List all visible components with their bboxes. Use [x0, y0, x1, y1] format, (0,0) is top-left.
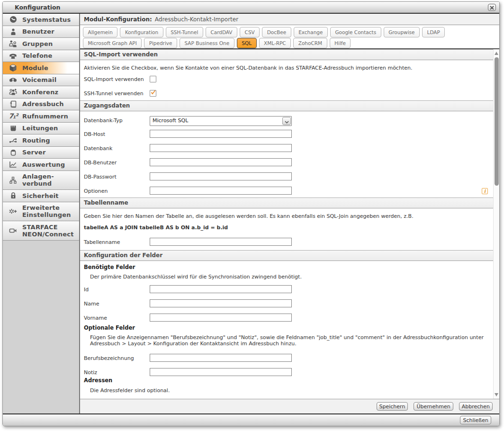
tab-docbee[interactable]: DocBee: [262, 27, 291, 37]
scroll-down-icon[interactable]: [495, 393, 498, 396]
sql-import-checkbox[interactable]: [150, 76, 156, 82]
tab-csv[interactable]: CSV: [240, 27, 260, 37]
sidebar-item-adressbuch[interactable]: Adressbuch: [3, 99, 79, 111]
content-pane: SQL-Import verwenden Aktivieren Sie die …: [80, 49, 493, 399]
tab-ssh-tunnel[interactable]: SSH-Tunnel: [166, 27, 203, 37]
sidebar-item-server[interactable]: Server: [3, 147, 79, 159]
video-camera-icon: [9, 226, 17, 234]
clock-icon: [9, 16, 17, 24]
required-fields-hint: Der primäre Datenbankschlüssel wird für …: [80, 274, 493, 280]
db-host-input[interactable]: [150, 130, 292, 138]
window-title: Konfiguration: [15, 4, 60, 11]
table-hint-text: Geben Sie hier den Namen der Tabelle an,…: [80, 213, 493, 219]
name-row: Name: [80, 299, 493, 307]
user-group-icon: [9, 40, 17, 48]
options-input[interactable]: [150, 187, 292, 195]
scrollbar-thumb[interactable]: [495, 57, 499, 186]
db-name-row: Datenbank: [80, 144, 493, 152]
lock-icon: [9, 192, 17, 200]
sidebar-item-benutzer[interactable]: Benutzer: [3, 26, 79, 38]
table-name-label: Tabellenname: [84, 239, 120, 245]
sidebar-item-konferenz[interactable]: Konferenz: [3, 86, 79, 99]
close-button[interactable]: [488, 4, 496, 11]
sidebar-item-starface-neon-connect[interactable]: STARFACE NEON/Connect: [3, 221, 79, 241]
window-body: Systemstatus Benutzer Gruppen: [3, 13, 499, 414]
advanced-settings-icon: [9, 207, 17, 216]
tab-zohocrm[interactable]: ZohoCRM: [293, 38, 327, 48]
optional-fields-hint: Fügen Sie die Anzeigennamen "Berufsbezei…: [80, 334, 493, 347]
user-icon: [9, 27, 17, 36]
sidebar-item-leitungen[interactable]: Leitungen: [3, 123, 79, 135]
db-name-input[interactable]: [150, 144, 292, 152]
check-icon: [150, 88, 156, 97]
section-header-zugangsdaten: Zugangsdaten: [80, 100, 493, 111]
tab-hilfe[interactable]: Hilfe: [330, 38, 351, 48]
tab-google-contacts[interactable]: Google Contacts: [330, 27, 381, 37]
sidebar-item-anlagenverbund[interactable]: Anlagen- verbund: [3, 171, 79, 190]
section-header-sql-import: SQL-Import verwenden: [80, 49, 493, 60]
vorname-input[interactable]: [150, 314, 292, 322]
sidebar-item-erweiterte-einstellungen[interactable]: Erweiterte Einstellungen: [3, 202, 79, 222]
tab-konfiguration[interactable]: Konfiguration: [120, 27, 163, 37]
db-type-row: Datenbank-Typ Microsoft SQL: [80, 116, 493, 126]
db-type-select[interactable]: Microsoft SQL: [150, 116, 292, 126]
sidebar-item-systemstatus[interactable]: Systemstatus: [3, 14, 79, 26]
sidebar-empty-area: [3, 241, 79, 414]
db-host-row: DB-Host: [80, 130, 493, 138]
intro-text: Aktivieren Sie die Checkbox, wenn Sie Ko…: [80, 65, 493, 71]
optional-fields-heading: Optionale Felder: [80, 325, 493, 331]
db-type-dropdown-button[interactable]: [282, 117, 291, 125]
tab-xml-rpc[interactable]: XML-RPC: [259, 38, 291, 48]
cancel-button[interactable]: Abbrechen: [459, 402, 493, 411]
sidebar-item-rufnummern[interactable]: 7₁² Rufnummern: [3, 110, 79, 123]
sidebar-item-auswertung[interactable]: Auswertung: [3, 159, 79, 171]
tab-microsoft-graph-api[interactable]: Microsoft Graph API: [83, 38, 142, 48]
sidebar-item-sicherheit[interactable]: Sicherheit: [3, 190, 79, 202]
tab-sql[interactable]: SQL: [237, 38, 257, 48]
db-host-label: DB-Host: [84, 131, 105, 137]
voicemail-icon: [9, 76, 17, 84]
server-icon: [9, 148, 17, 156]
db-password-row: DB-Passwort: [80, 172, 493, 180]
berufsbezeichnung-row: Berufsbezeichnung: [80, 354, 493, 362]
tab-allgemein[interactable]: Allgemein: [83, 27, 117, 37]
tab-ldap[interactable]: LDAP: [422, 27, 445, 37]
sidebar-item-routing[interactable]: Routing: [3, 135, 79, 147]
routing-icon: [9, 136, 17, 144]
table-name-row: Tabellenname: [80, 238, 493, 246]
tab-carddav[interactable]: CardDAV: [206, 27, 237, 37]
info-icon[interactable]: i: [482, 188, 488, 194]
sidebar-item-voicemail[interactable]: Voicemail: [3, 74, 79, 87]
db-type-value: Microsoft SQL: [153, 117, 188, 124]
tab-pipedrive[interactable]: Pipedrive: [144, 38, 177, 48]
scrollbar[interactable]: [493, 49, 499, 399]
trunk-plug-icon: [9, 124, 17, 132]
name-label: Name: [84, 301, 99, 307]
tab-groupwise[interactable]: Groupwise: [384, 27, 420, 37]
apply-button[interactable]: Übernehmen: [414, 402, 453, 411]
db-user-row: DB-Benutzer: [80, 158, 493, 166]
table-example-text: tabelleA AS a JOIN tabelleB AS b ON a.b_…: [80, 224, 493, 231]
content-pane-wrap: SQL-Import verwenden Aktivieren Sie die …: [80, 49, 499, 399]
db-type-label: Datenbank-Typ: [84, 117, 123, 124]
close-window-button[interactable]: Schließen: [460, 416, 491, 424]
sidebar-item-module[interactable]: Module: [3, 62, 79, 74]
table-name-input[interactable]: [150, 238, 292, 246]
name-input[interactable]: [150, 299, 292, 307]
db-password-input[interactable]: [150, 172, 292, 180]
save-button[interactable]: Speichern: [377, 402, 408, 411]
sidebar-item-gruppen[interactable]: Gruppen: [3, 38, 79, 50]
db-user-label: DB-Benutzer: [84, 160, 117, 166]
ssh-tunnel-checkbox[interactable]: [150, 90, 156, 97]
db-user-input[interactable]: [150, 158, 292, 166]
network-icon: [9, 176, 17, 184]
scroll-up-icon[interactable]: [495, 52, 498, 55]
berufsbezeichnung-input[interactable]: [150, 354, 292, 362]
tab-sap-business-one[interactable]: SAP Business One: [180, 38, 234, 48]
tab-exchange[interactable]: Exchange: [294, 27, 328, 37]
notiz-input[interactable]: [150, 368, 292, 376]
notiz-row: Notiz: [80, 368, 493, 376]
sidebar-item-telefone[interactable]: Telefone: [3, 50, 79, 63]
id-input[interactable]: [150, 285, 292, 293]
db-name-label: Datenbank: [84, 145, 112, 152]
